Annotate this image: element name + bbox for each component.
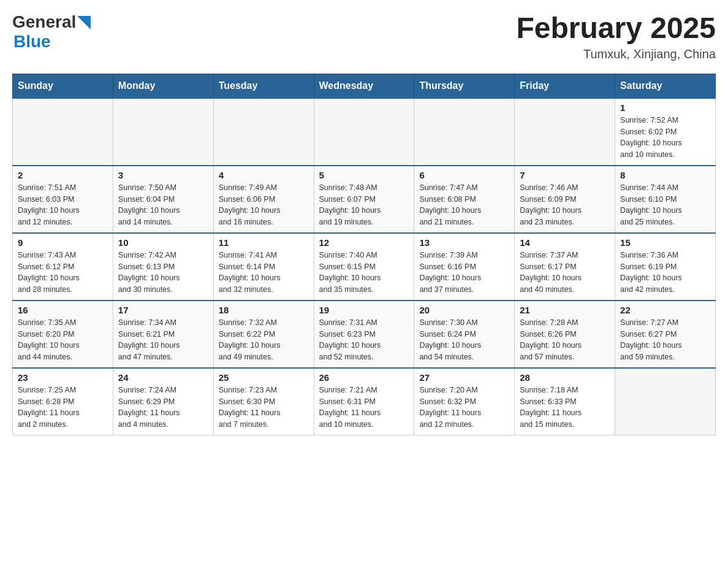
day-info: Sunrise: 7:48 AMSunset: 6:07 PMDaylight:… [319,182,409,228]
day-number: 10 [118,237,208,248]
calendar-day-cell: 24Sunrise: 7:24 AMSunset: 6:29 PMDayligh… [113,368,213,435]
day-info: Sunrise: 7:44 AMSunset: 6:10 PMDaylight:… [620,182,710,228]
calendar-day-cell [314,98,414,166]
calendar-week-row: 16Sunrise: 7:35 AMSunset: 6:20 PMDayligh… [13,301,716,368]
calendar-day-cell: 26Sunrise: 7:21 AMSunset: 6:31 PMDayligh… [314,368,414,435]
calendar-day-cell [515,98,615,166]
calendar-day-cell: 23Sunrise: 7:25 AMSunset: 6:28 PMDayligh… [13,368,113,435]
day-number: 28 [520,372,610,383]
day-info: Sunrise: 7:41 AMSunset: 6:14 PMDaylight:… [219,250,309,296]
calendar-day-cell: 10Sunrise: 7:42 AMSunset: 6:13 PMDayligh… [113,233,213,301]
calendar-week-row: 2Sunrise: 7:51 AMSunset: 6:03 PMDaylight… [13,166,716,233]
day-number: 6 [419,170,509,180]
calendar-week-row: 23Sunrise: 7:25 AMSunset: 6:28 PMDayligh… [13,368,716,435]
day-info: Sunrise: 7:31 AMSunset: 6:23 PMDaylight:… [319,317,409,363]
calendar-day-cell: 22Sunrise: 7:27 AMSunset: 6:27 PMDayligh… [615,301,716,368]
day-number: 12 [319,237,409,248]
calendar-day-cell: 21Sunrise: 7:28 AMSunset: 6:26 PMDayligh… [515,301,615,368]
day-info: Sunrise: 7:42 AMSunset: 6:13 PMDaylight:… [118,250,208,296]
calendar-day-cell: 6Sunrise: 7:47 AMSunset: 6:08 PMDaylight… [414,166,515,233]
day-info: Sunrise: 7:46 AMSunset: 6:09 PMDaylight:… [520,182,610,228]
calendar-day-cell: 16Sunrise: 7:35 AMSunset: 6:20 PMDayligh… [13,301,113,368]
calendar-day-cell: 20Sunrise: 7:30 AMSunset: 6:24 PMDayligh… [414,301,515,368]
day-number: 21 [520,305,610,315]
day-of-week-header: Wednesday [314,74,414,98]
day-of-week-header: Monday [113,74,213,98]
day-info: Sunrise: 7:43 AMSunset: 6:12 PMDaylight:… [18,250,108,296]
day-number: 24 [118,372,208,383]
calendar-day-cell: 19Sunrise: 7:31 AMSunset: 6:23 PMDayligh… [314,301,414,368]
calendar-day-cell [113,98,213,166]
day-number: 16 [18,305,108,315]
calendar-day-cell: 1Sunrise: 7:52 AMSunset: 6:02 PMDaylight… [615,98,716,166]
day-number: 26 [319,372,409,383]
calendar-day-cell: 9Sunrise: 7:43 AMSunset: 6:12 PMDaylight… [13,233,113,301]
day-number: 4 [219,170,309,180]
day-info: Sunrise: 7:27 AMSunset: 6:27 PMDaylight:… [620,317,710,363]
calendar-week-row: 9Sunrise: 7:43 AMSunset: 6:12 PMDaylight… [13,233,716,301]
day-info: Sunrise: 7:23 AMSunset: 6:30 PMDaylight:… [219,385,309,431]
day-number: 23 [18,372,108,383]
calendar-day-cell: 14Sunrise: 7:37 AMSunset: 6:17 PMDayligh… [515,233,615,301]
calendar-day-cell: 7Sunrise: 7:46 AMSunset: 6:09 PMDaylight… [515,166,615,233]
calendar-day-cell: 13Sunrise: 7:39 AMSunset: 6:16 PMDayligh… [414,233,515,301]
day-info: Sunrise: 7:52 AMSunset: 6:02 PMDaylight:… [620,115,710,161]
day-number: 19 [319,305,409,315]
day-number: 15 [620,237,710,248]
day-info: Sunrise: 7:49 AMSunset: 6:06 PMDaylight:… [219,182,309,228]
day-info: Sunrise: 7:18 AMSunset: 6:33 PMDaylight:… [520,385,610,431]
day-number: 11 [219,237,309,248]
day-info: Sunrise: 7:36 AMSunset: 6:19 PMDaylight:… [620,250,710,296]
page-header: General Blue February 2025 Tumxuk, Xinji… [12,12,716,61]
day-info: Sunrise: 7:21 AMSunset: 6:31 PMDaylight:… [319,385,409,431]
day-number: 14 [520,237,610,248]
calendar-week-row: 1Sunrise: 7:52 AMSunset: 6:02 PMDaylight… [13,98,716,166]
logo-general-text: General [12,12,76,32]
title-section: February 2025 Tumxuk, Xinjiang, China [516,12,716,61]
day-number: 3 [118,170,208,180]
calendar-day-cell: 2Sunrise: 7:51 AMSunset: 6:03 PMDaylight… [13,166,113,233]
day-of-week-header: Saturday [615,74,716,98]
day-number: 7 [520,170,610,180]
logo-arrow-icon [77,16,91,29]
day-of-week-header: Thursday [414,74,515,98]
day-info: Sunrise: 7:50 AMSunset: 6:04 PMDaylight:… [118,182,208,228]
calendar-subtitle: Tumxuk, Xinjiang, China [516,47,716,61]
day-number: 22 [620,305,710,315]
calendar-day-cell: 11Sunrise: 7:41 AMSunset: 6:14 PMDayligh… [213,233,314,301]
day-number: 2 [18,170,108,180]
logo: General Blue [12,12,91,52]
day-of-week-header: Friday [515,74,615,98]
day-number: 1 [620,102,710,113]
day-of-week-header: Sunday [13,74,113,98]
calendar-day-cell: 15Sunrise: 7:36 AMSunset: 6:19 PMDayligh… [615,233,716,301]
day-number: 5 [319,170,409,180]
calendar-title: February 2025 [516,12,716,45]
logo-blue-text: Blue [13,32,91,52]
day-info: Sunrise: 7:40 AMSunset: 6:15 PMDaylight:… [319,250,409,296]
svg-marker-0 [77,16,91,29]
day-number: 17 [118,305,208,315]
day-number: 9 [18,237,108,248]
calendar-day-cell: 25Sunrise: 7:23 AMSunset: 6:30 PMDayligh… [213,368,314,435]
calendar-day-cell: 28Sunrise: 7:18 AMSunset: 6:33 PMDayligh… [515,368,615,435]
calendar-day-cell: 8Sunrise: 7:44 AMSunset: 6:10 PMDaylight… [615,166,716,233]
day-number: 25 [219,372,309,383]
calendar-day-cell: 17Sunrise: 7:34 AMSunset: 6:21 PMDayligh… [113,301,213,368]
calendar-day-cell: 3Sunrise: 7:50 AMSunset: 6:04 PMDaylight… [113,166,213,233]
calendar-header-row: SundayMondayTuesdayWednesdayThursdayFrid… [13,74,716,98]
day-info: Sunrise: 7:32 AMSunset: 6:22 PMDaylight:… [219,317,309,363]
day-number: 20 [419,305,509,315]
day-number: 18 [219,305,309,315]
calendar-day-cell: 12Sunrise: 7:40 AMSunset: 6:15 PMDayligh… [314,233,414,301]
day-of-week-header: Tuesday [213,74,314,98]
day-info: Sunrise: 7:24 AMSunset: 6:29 PMDaylight:… [118,385,208,431]
calendar-table: SundayMondayTuesdayWednesdayThursdayFrid… [12,74,716,436]
calendar-day-cell: 27Sunrise: 7:20 AMSunset: 6:32 PMDayligh… [414,368,515,435]
calendar-day-cell: 18Sunrise: 7:32 AMSunset: 6:22 PMDayligh… [213,301,314,368]
calendar-day-cell [615,368,716,435]
day-info: Sunrise: 7:28 AMSunset: 6:26 PMDaylight:… [520,317,610,363]
day-info: Sunrise: 7:20 AMSunset: 6:32 PMDaylight:… [419,385,509,431]
day-info: Sunrise: 7:51 AMSunset: 6:03 PMDaylight:… [18,182,108,228]
day-number: 13 [419,237,509,248]
